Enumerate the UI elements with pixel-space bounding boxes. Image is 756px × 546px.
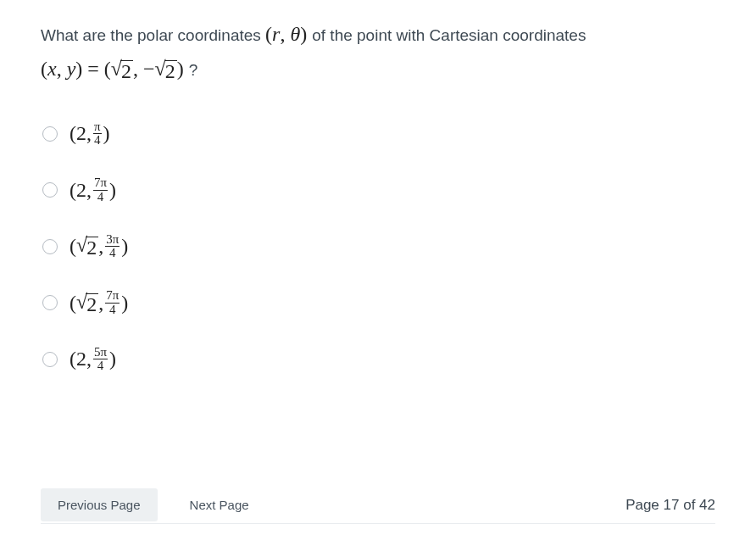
option-2[interactable]: (2, 7π4): [42, 176, 715, 204]
fraction: π4: [93, 120, 102, 148]
fraction: 5π4: [93, 346, 108, 374]
option-label: (2, 7π4): [69, 176, 116, 204]
pager-footer: Previous Page Next Page Page 17 of 42: [41, 488, 715, 524]
radio-icon[interactable]: [42, 182, 58, 198]
sqrt-icon: √2: [155, 58, 177, 81]
options-list: (2, π4) (2, 7π4) (√2, 3π4) (√2, 7π4) (2,…: [42, 120, 715, 374]
next-page-button[interactable]: Next Page: [173, 488, 266, 521]
fraction: 7π4: [105, 289, 120, 317]
option-label: (√2, 7π4): [69, 289, 128, 317]
sqrt-icon: √2: [76, 292, 98, 315]
question-text: What are the polar coordinates (r, θ) of…: [41, 17, 715, 86]
option-label: (2, π4): [69, 120, 110, 148]
q-rtheta: (r, θ): [265, 23, 312, 45]
previous-page-button[interactable]: Previous Page: [41, 488, 158, 521]
q-prefix: What are the polar coordinates: [41, 26, 265, 44]
radio-icon[interactable]: [42, 239, 58, 254]
option-3[interactable]: (√2, 3π4): [42, 233, 715, 261]
radio-icon[interactable]: [42, 295, 58, 310]
sqrt-icon: √2: [111, 58, 133, 81]
fraction: 7π4: [93, 176, 108, 204]
radio-icon[interactable]: [42, 352, 58, 367]
option-label: (√2, 3π4): [69, 233, 128, 261]
q-mark: ?: [189, 61, 198, 79]
option-1[interactable]: (2, π4): [42, 120, 715, 148]
option-5[interactable]: (2, 5π4): [42, 346, 715, 374]
option-label: (2, 5π4): [69, 346, 116, 374]
option-4[interactable]: (√2, 7π4): [42, 289, 715, 317]
radio-icon[interactable]: [42, 126, 58, 142]
sqrt-icon: √2: [76, 235, 98, 258]
page-indicator: Page 17 of 42: [625, 497, 715, 514]
q-mid: of the point with Cartesian coordinates: [312, 26, 586, 44]
q-equation: (x, y) = (√2, −√2): [41, 58, 189, 80]
fraction: 3π4: [105, 233, 120, 261]
